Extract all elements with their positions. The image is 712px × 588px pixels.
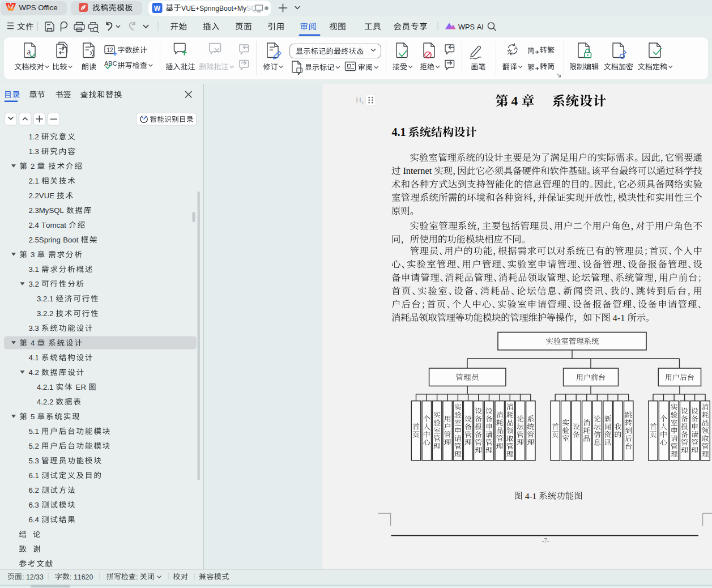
svg-text:Office: Office — [38, 3, 57, 12]
svg-text:2.5Spring: 2.5Spring — [29, 236, 61, 244]
svg-text:Boot: Boot — [63, 236, 78, 244]
svg-text:12: 12 — [107, 47, 114, 53]
svg-text:6.4: 6.4 — [29, 515, 39, 524]
svg-text:ER: ER — [76, 383, 86, 391]
svg-text:3.2: 3.2 — [29, 280, 39, 288]
svg-text:1.2: 1.2 — [29, 133, 39, 141]
svg-text:6.3: 6.3 — [29, 501, 39, 509]
svg-text:WPS: WPS — [19, 3, 36, 12]
svg-text:2.4: 2.4 — [29, 221, 39, 229]
svg-text:W: W — [154, 5, 161, 12]
svg-text:4-1: 4-1 — [525, 491, 537, 501]
svg-text:4.2: 4.2 — [29, 368, 39, 377]
svg-text:3.3: 3.3 — [29, 324, 39, 333]
svg-text:3.1: 3.1 — [29, 265, 39, 274]
svg-text:4.2.1: 4.2.1 — [37, 383, 53, 391]
svg-text:4-1: 4-1 — [613, 313, 625, 323]
svg-text:5.3: 5.3 — [29, 457, 39, 465]
svg-text:Internet: Internet — [403, 165, 432, 176]
svg-text:12/33: 12/33 — [26, 573, 44, 581]
svg-text:5.2: 5.2 — [29, 442, 39, 450]
svg-text:3: 3 — [31, 250, 35, 259]
svg-text::: : — [136, 573, 138, 581]
svg-text:11620: 11620 — [74, 573, 93, 581]
svg-text:4.1: 4.1 — [29, 353, 39, 362]
svg-text:a: a — [27, 46, 31, 56]
svg-text:2.3MySQL: 2.3MySQL — [29, 206, 64, 215]
svg-text:VUE+SpringBoot+My: VUE+SpringBoot+My — [181, 5, 247, 12]
svg-text:4: 4 — [31, 339, 35, 347]
svg-text::: : — [22, 573, 24, 581]
svg-text:4.1: 4.1 — [392, 126, 406, 138]
svg-text:4: 4 — [511, 93, 518, 108]
svg-text:A: A — [514, 45, 518, 51]
svg-text:4.2.2: 4.2.2 — [37, 398, 53, 406]
svg-text:1.3: 1.3 — [29, 147, 39, 156]
svg-text:2: 2 — [31, 162, 35, 171]
svg-text:3.2.2: 3.2.2 — [37, 309, 53, 318]
svg-text:WPS AI: WPS AI — [458, 23, 484, 31]
svg-text:6.1: 6.1 — [29, 471, 39, 480]
svg-text::: : — [70, 573, 71, 581]
svg-text:5: 5 — [31, 412, 35, 421]
svg-text:Tomcat: Tomcat — [41, 221, 66, 229]
svg-text:6.2: 6.2 — [29, 486, 39, 495]
svg-text:-7-: -7- — [542, 537, 550, 544]
svg-text:5.1: 5.1 — [29, 427, 39, 436]
svg-text:2.2VUE: 2.2VUE — [29, 191, 55, 200]
svg-text:3.2.1: 3.2.1 — [37, 295, 53, 303]
svg-text:2.1: 2.1 — [29, 177, 39, 185]
svg-text:H: H — [356, 96, 361, 104]
svg-text:1: 1 — [361, 100, 364, 105]
